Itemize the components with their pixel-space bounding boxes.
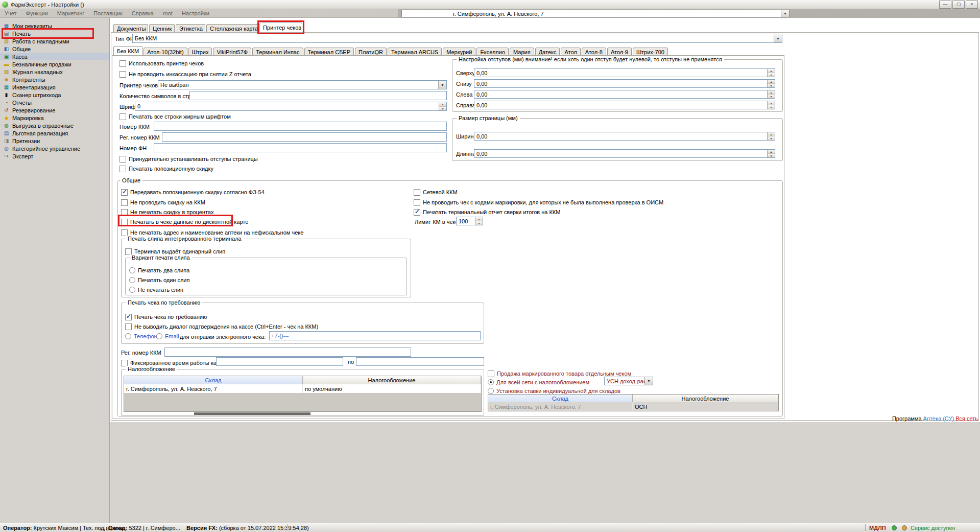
kkm-number-input[interactable] (154, 122, 447, 131)
checkbox-no-confirm-dialog[interactable]: Не выводить диалог подтверждения на касс… (125, 322, 318, 331)
checkbox-print-discount-card[interactable]: Печатать в чеке данные по дисконтной кар… (121, 218, 248, 226)
chevron-down-icon[interactable]: ▼ (774, 34, 782, 42)
devtab-shtrih700[interactable]: Штрих-700 (633, 48, 668, 56)
checkbox-print-all-bold[interactable]: Печатать все строки жирным шрифтом (119, 112, 231, 121)
menu-spravka[interactable]: Справка (127, 10, 158, 16)
menu-root[interactable]: root (158, 10, 177, 16)
devtab-maria[interactable]: Мария (510, 48, 534, 56)
sidebar-item-requisites[interactable]: ▦ Мои реквизиты (0, 22, 109, 30)
spin-down-icon[interactable] (768, 154, 775, 157)
devtab-no-kkm[interactable]: Без ККМ (113, 46, 142, 56)
devtab-atol10[interactable]: Атол-10(32bit) (144, 48, 187, 56)
checkbox-terminal-report[interactable]: Печатать терминальный отчет сверки итого… (414, 208, 560, 216)
spin-up-icon[interactable] (475, 217, 483, 221)
spin-up-icon[interactable] (768, 132, 775, 136)
menu-funkcii[interactable]: Функции (21, 10, 53, 16)
radio-two-slips[interactable]: Печатать два слипа (129, 266, 189, 274)
sidebar-item-invoice-journal[interactable]: ▨ Журнал накладных (0, 68, 109, 76)
devtab-excellio[interactable]: Екселлио (476, 48, 509, 56)
checkbox-no-discount-kkm[interactable]: Не проводить скидку на ККМ (121, 198, 205, 206)
spin-up-icon[interactable] (768, 69, 775, 73)
pharmacy-link[interactable]: Аптека (СУ) (923, 415, 954, 422)
column-header-tax[interactable]: Налогообложение (303, 376, 481, 384)
sidebar-item-category-management[interactable]: ◎ Категорийное управление (0, 145, 109, 152)
table-row[interactable]: г. Симферополь, ул. А. Невского, 7 по ум… (124, 384, 481, 393)
devtab-shtrih[interactable]: Штрих (188, 48, 212, 56)
devtab-atol9[interactable]: Атол-9 (607, 48, 632, 56)
checkbox-no-incassation[interactable]: Не проводить инкассацию при снятии Z отч… (119, 70, 251, 78)
receipt-printer-combo[interactable]: Не выбран ▼ (158, 80, 447, 89)
devtab-platiqr[interactable]: ПлатиQR (355, 48, 387, 56)
column-header-sklad[interactable]: Склад (488, 395, 633, 402)
tab-label[interactable]: Этикетка (176, 24, 205, 32)
sidebar-item-barcode-scanner[interactable]: ▮ Сканер штрихкода (0, 91, 109, 99)
checkbox-force-page-margins[interactable]: Принудительно устанавливать отступы стра… (119, 155, 258, 163)
tab-price-tag[interactable]: Ценник (149, 24, 175, 32)
tab-receipt-printer[interactable]: Принтер чеков (259, 22, 302, 32)
sidebar-item-invoices[interactable]: ▥ Работа с накладными (0, 37, 109, 45)
tab-documents[interactable]: Документы (113, 24, 148, 32)
sidebar-item-expert[interactable]: ↪ Эксперт (0, 152, 109, 160)
devtab-atol8[interactable]: Атол-8 (582, 48, 606, 56)
checkbox-fz54-discount[interactable]: Передавать попозиционную скидку согласно… (121, 188, 265, 196)
devtab-inpas[interactable]: Терминал Инпас (252, 48, 303, 56)
checkbox-network-kkm[interactable]: Сетевой ККМ (414, 188, 458, 196)
spin-down-icon[interactable] (768, 136, 775, 140)
devtab-datecs[interactable]: Датекс (535, 48, 560, 56)
tab-shelf-card[interactable]: Стеллажная карта (206, 24, 258, 32)
checkbox-no-km-check[interactable]: Не проводить чек с кодами маркировки, дл… (414, 198, 663, 206)
spin-down-icon[interactable] (475, 221, 483, 225)
menu-uchet[interactable]: Учет (0, 10, 21, 16)
spin-up-icon[interactable] (768, 90, 775, 95)
radio-whole-network-tax[interactable]: Для всей сети с налогообложением (488, 378, 589, 386)
e-receipt-phone-input[interactable] (269, 331, 481, 340)
page-length-spinner[interactable]: 0,00 (474, 149, 775, 158)
sidebar-item-general[interactable]: ◧ Общие (0, 45, 109, 53)
fr-type-combo[interactable]: Без ККМ ▼ (132, 34, 782, 43)
devtab-vikiprint[interactable]: VikiPrint57Ф (213, 48, 251, 56)
menu-nastroiki[interactable]: Настройки (177, 10, 214, 16)
sidebar-item-benefit-sales[interactable]: ▤ Льготная реализация (0, 129, 109, 137)
fixed-time-to-input[interactable] (356, 357, 484, 366)
sidebar-item-export-directories[interactable]: ◍ Выгрузка в справочные (0, 122, 109, 129)
chars-per-line-input[interactable] (189, 91, 447, 100)
margin-right-spinner[interactable]: 0,00 (474, 101, 775, 109)
radio-no-slip[interactable]: Не печатать слип (129, 286, 183, 294)
checkbox-no-percent-discount[interactable]: Не печатать скидку в процентах (121, 208, 213, 216)
checkbox-receipt-on-demand[interactable]: Печать чека по требованию (125, 313, 207, 321)
menu-marketing[interactable]: Маркетинг (53, 10, 89, 16)
font-spinner[interactable]: 0 (135, 102, 447, 111)
checkbox-print-position-discount[interactable]: Печатать попозиционную скидку (119, 165, 213, 173)
spin-down-icon[interactable] (768, 73, 775, 77)
spin-up-icon[interactable] (768, 150, 775, 154)
column-header-sklad[interactable]: Склад (124, 376, 303, 384)
kkm-reg-number2-input[interactable] (164, 348, 411, 357)
sidebar-item-inventory[interactable]: ▦ Инвентаризация (0, 83, 109, 91)
sidebar-item-cash[interactable]: ▣ Касса (0, 53, 109, 60)
spin-up-icon[interactable] (768, 80, 775, 84)
sidebar-item-reports[interactable]: ◔ Отчеты (0, 99, 109, 106)
horizontal-scrollbar-thumb[interactable] (194, 412, 310, 415)
chevron-down-icon[interactable]: ▼ (438, 81, 446, 89)
margin-bottom-spinner[interactable]: 0,00 (474, 79, 775, 88)
devtab-mercury[interactable]: Меркурий (443, 48, 475, 56)
spin-down-icon[interactable] (768, 84, 775, 87)
fn-number-input[interactable] (154, 143, 447, 152)
network-link[interactable]: Вся сеть (955, 415, 978, 422)
sidebar-item-print[interactable]: ▤ Печать (0, 30, 109, 37)
table-row[interactable]: г. Симферополь, ул. А. Невского, 7 ОСН (488, 402, 778, 411)
devtab-sber[interactable]: Терминал СБЕР (304, 48, 354, 56)
radio-phone[interactable]: Телефон (125, 332, 157, 340)
margin-top-spinner[interactable]: 0,00 (474, 68, 775, 77)
spin-down-icon[interactable] (768, 105, 775, 109)
page-width-spinner[interactable]: 0,00 (474, 132, 775, 141)
devtab-atol[interactable]: Атол (561, 48, 580, 56)
sidebar-item-claims[interactable]: ◨ Претензии (0, 137, 109, 145)
checkbox-use-receipt-printer[interactable]: Использовать принтер чеков (119, 59, 204, 67)
kkm-reg-number-input[interactable] (162, 132, 447, 142)
menu-postavshchik[interactable]: Поставщик (89, 10, 127, 16)
radio-email[interactable]: Email (156, 332, 179, 340)
column-header-tax[interactable]: Налогообложение (633, 395, 778, 402)
chevron-down-icon[interactable]: ▼ (781, 10, 789, 17)
spin-down-icon[interactable] (439, 107, 446, 111)
